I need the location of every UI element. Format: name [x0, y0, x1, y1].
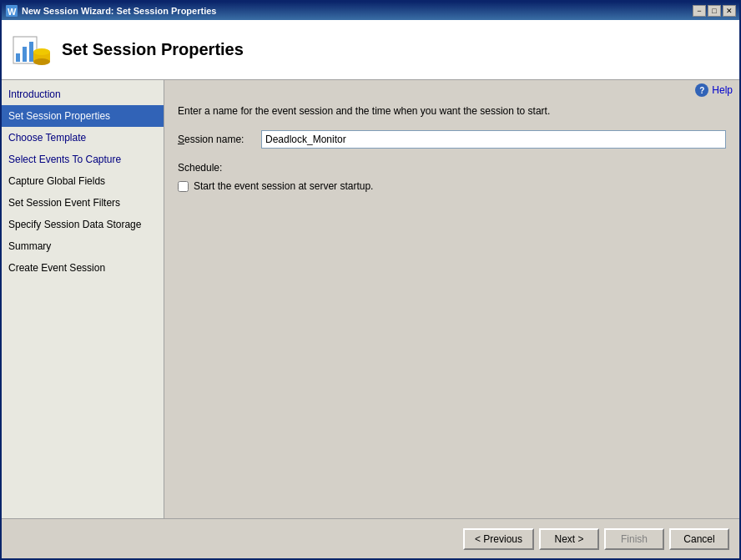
svg-rect-4 — [23, 47, 27, 62]
title-bar: W New Session Wizard: Set Session Proper… — [2, 2, 739, 20]
help-bar: ? Help — [164, 80, 739, 100]
previous-button[interactable]: < Previous — [463, 528, 534, 550]
sidebar: Introduction Set Session Properties Choo… — [2, 80, 164, 518]
window-body: Set Session Properties Introduction Set … — [2, 20, 739, 558]
window-icon: W — [5, 4, 18, 18]
startup-checkbox-row: Start the event session at server startu… — [178, 180, 726, 192]
minimize-button[interactable]: − — [693, 5, 706, 17]
svg-text:W: W — [8, 7, 17, 17]
help-link[interactable]: ? Help — [695, 83, 733, 97]
window-controls: − □ ✕ — [693, 5, 736, 17]
sidebar-item-select-events[interactable]: Select Events To Capture — [2, 149, 164, 170]
form-area: Enter a name for the event session and t… — [164, 100, 739, 518]
schedule-label: Schedule: — [178, 162, 726, 174]
sidebar-item-set-session-event-filters: Set Session Event Filters — [2, 192, 164, 214]
session-name-input[interactable] — [261, 130, 726, 149]
help-icon: ? — [695, 83, 708, 97]
sidebar-item-choose-template[interactable]: Choose Template — [2, 127, 164, 149]
sidebar-item-create-event-session: Create Event Session — [2, 257, 164, 279]
sidebar-item-introduction[interactable]: Introduction — [2, 83, 164, 105]
finish-button[interactable]: Finish — [604, 528, 664, 550]
startup-checkbox-label: Start the event session at server startu… — [194, 180, 373, 192]
svg-rect-5 — [29, 42, 33, 62]
window-title: New Session Wizard: Set Session Properti… — [22, 6, 693, 16]
session-name-label: Session name: — [178, 134, 261, 145]
form-description: Enter a name for the event session and t… — [178, 105, 726, 117]
session-properties-icon — [12, 30, 52, 70]
header-area: Set Session Properties — [2, 20, 739, 80]
help-label: Help — [712, 84, 733, 96]
startup-checkbox[interactable] — [178, 181, 189, 192]
content-split: Introduction Set Session Properties Choo… — [2, 80, 739, 518]
svg-point-9 — [33, 48, 50, 55]
main-panel: ? Help Enter a name for the event sessio… — [164, 80, 739, 518]
close-button[interactable]: ✕ — [723, 5, 736, 17]
session-name-row: Session name: — [178, 130, 726, 149]
main-window: W New Session Wizard: Set Session Proper… — [0, 0, 741, 560]
schedule-section: Schedule: Start the event session at ser… — [178, 162, 726, 192]
sidebar-item-capture-global-fields: Capture Global Fields — [2, 170, 164, 192]
svg-rect-3 — [16, 53, 20, 62]
button-bar: < Previous Next > Finish Cancel — [2, 518, 739, 558]
sidebar-item-set-session-properties[interactable]: Set Session Properties — [2, 105, 164, 127]
svg-point-8 — [33, 58, 50, 65]
cancel-button[interactable]: Cancel — [669, 528, 729, 550]
sidebar-item-summary: Summary — [2, 235, 164, 257]
next-button[interactable]: Next > — [539, 528, 599, 550]
maximize-button[interactable]: □ — [708, 5, 721, 17]
sidebar-item-specify-session-data-storage: Specify Session Data Storage — [2, 214, 164, 235]
page-title: Set Session Properties — [62, 40, 244, 59]
